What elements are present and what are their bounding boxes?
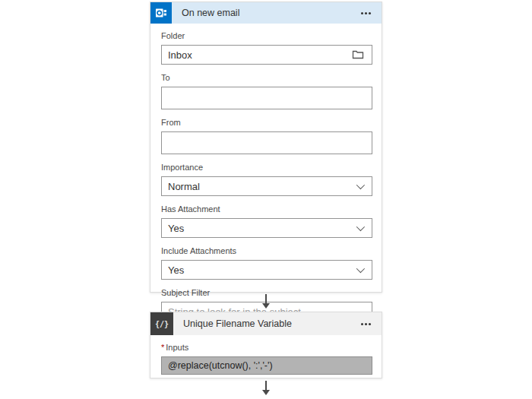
trigger-card-body: Folder Inbox To From I <box>150 24 382 331</box>
folder-picker-value: Inbox <box>168 49 352 61</box>
action-card-title: Unique Filename Variable <box>173 318 356 329</box>
arrow-down-icon <box>262 390 270 395</box>
field-has-attachment: Has Attachment Yes <box>161 204 371 238</box>
required-marker: * <box>161 343 164 352</box>
field-has-attachment-label: Has Attachment <box>161 204 371 214</box>
inputs-expression-field[interactable]: @replace(utcnow(), ':','-') <box>161 356 372 375</box>
field-folder-label: Folder <box>161 31 371 41</box>
inputs-expression-value: @replace(utcnow(), ':','-') <box>168 360 273 371</box>
trigger-card-header[interactable]: On new email <box>150 2 382 24</box>
importance-dropdown-value: Normal <box>168 181 356 192</box>
to-input[interactable] <box>161 87 372 109</box>
importance-dropdown[interactable]: Normal <box>161 176 372 196</box>
ellipsis-icon <box>361 323 363 325</box>
chevron-down-icon <box>356 223 365 231</box>
action-card-unique-filename-variable: {/} Unique Filename Variable *Inputs @re… <box>150 312 382 378</box>
field-inputs-label-text: Inputs <box>166 343 188 352</box>
chevron-down-icon <box>356 181 365 189</box>
folder-picker[interactable]: Inbox <box>161 45 372 65</box>
field-importance: Importance Normal <box>161 163 371 196</box>
chevron-down-icon <box>356 264 365 273</box>
variable-icon: {/} <box>150 312 173 335</box>
action-card-body: *Inputs @replace(utcnow(), ':','-') <box>150 335 382 384</box>
field-inputs: *Inputs @replace(utcnow(), ':','-') <box>161 343 371 375</box>
trigger-card-title: On new email <box>172 8 356 18</box>
action-more-options-button[interactable] <box>356 323 382 325</box>
arrow-line <box>265 381 267 390</box>
field-importance-label: Importance <box>161 163 371 173</box>
trigger-card-on-new-email: On new email Folder Inbox To <box>150 2 382 293</box>
folder-icon[interactable] <box>352 49 364 62</box>
include-attachments-dropdown-value: Yes <box>168 264 356 276</box>
field-folder: Folder Inbox <box>161 31 371 65</box>
from-input[interactable] <box>161 131 372 154</box>
action-card-header[interactable]: {/} Unique Filename Variable <box>150 312 382 335</box>
connector-arrow <box>258 381 274 395</box>
field-inputs-label: *Inputs <box>161 343 371 353</box>
flow-designer-canvas: On new email Folder Inbox To <box>0 0 532 399</box>
outlook-icon <box>150 2 172 24</box>
has-attachment-dropdown-value: Yes <box>168 223 356 234</box>
ellipsis-icon <box>361 12 363 14</box>
has-attachment-dropdown[interactable]: Yes <box>161 218 372 238</box>
field-to-label: To <box>161 73 371 83</box>
field-from: From <box>161 118 371 154</box>
connector-arrow <box>258 294 274 309</box>
arrow-down-icon <box>262 303 270 309</box>
field-include-attachments-label: Include Attachments <box>161 246 371 256</box>
include-attachments-dropdown[interactable]: Yes <box>161 260 372 280</box>
arrow-line <box>265 294 267 303</box>
field-include-attachments: Include Attachments Yes <box>161 246 371 280</box>
field-to: To <box>161 73 371 109</box>
field-from-label: From <box>161 118 371 128</box>
trigger-more-options-button[interactable] <box>356 12 382 14</box>
